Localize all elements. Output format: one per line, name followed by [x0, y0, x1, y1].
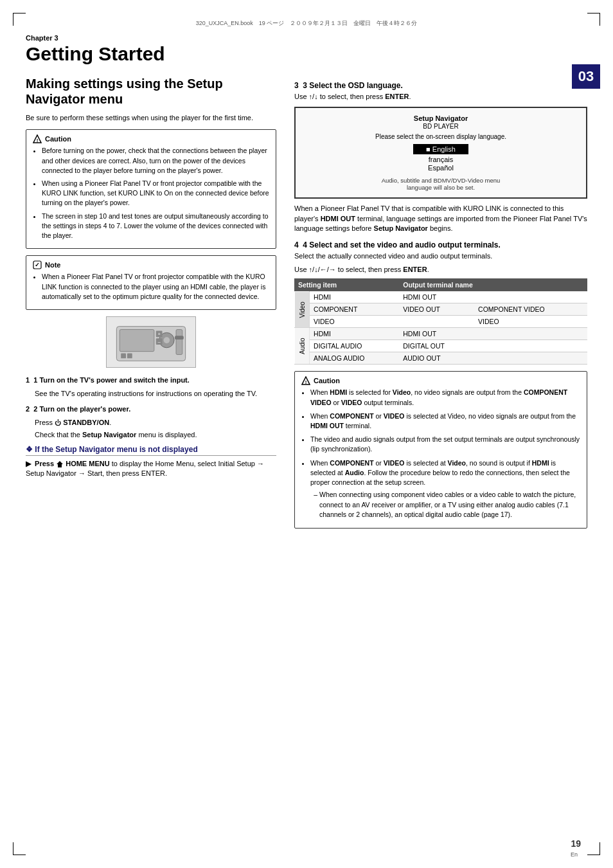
col1-header: Setting item	[294, 278, 399, 291]
right-caution-item: When HDMI is selected for Video, no vide…	[310, 388, 580, 407]
right-caution-box: ! Caution When HDMI is selected for Vide…	[294, 371, 587, 529]
svg-rect-9	[127, 354, 132, 359]
svg-rect-11	[175, 336, 184, 339]
table-row: VIDEO VIDEO	[294, 316, 587, 328]
digital-out: DIGITAL OUT	[399, 340, 474, 352]
step1-body: See the TV's operating instructions for …	[35, 389, 276, 399]
step3-title: 3 Select the OSD language.	[303, 81, 402, 90]
svg-text:+: +	[157, 331, 161, 337]
chapter-title: Getting Started	[26, 43, 587, 64]
note-icon: ✓	[33, 260, 42, 269]
audio-hdmi-out2	[474, 328, 587, 340]
audio-hdmi: HDMI	[310, 328, 400, 340]
table-row: DIGITAL AUDIO DIGITAL OUT	[294, 340, 587, 352]
video-out-val: VIDEO	[474, 316, 587, 328]
step2-body: Press ⏻ STANDBY/ON.	[35, 418, 276, 428]
kuro-paragraph: When a Pioneer Flat Panel TV that is com…	[294, 204, 587, 233]
step3-body: Use ↑/↓ to select, then press ENTER.	[294, 92, 587, 102]
step1-title: 1 Turn on the TV's power and switch the …	[33, 376, 190, 384]
step2-period: .	[109, 419, 111, 426]
video-item: VIDEO	[310, 316, 400, 328]
hdmi-item: HDMI	[310, 291, 400, 303]
right-caution-item: When COMPONENT or VIDEO is selected at V…	[310, 411, 580, 431]
screen-note: Audio, subtitle and BDMV/DVD-Video menul…	[302, 177, 580, 191]
home-icon	[56, 460, 64, 468]
step3-header: 3 3 Select the OSD language.	[294, 81, 587, 90]
intro-text: Be sure to perform these settings when u…	[26, 113, 276, 123]
step3-enter: ENTER	[385, 93, 409, 100]
screen-description: Please select the on-screen display lang…	[302, 133, 580, 140]
settings-table: Setting item Output terminal name Video …	[294, 278, 587, 365]
table-row: COMPONENT VIDEO OUT COMPONENT VIDEO	[294, 303, 587, 316]
step2-check2: menu is displayed.	[136, 431, 197, 439]
svg-rect-8	[121, 354, 126, 359]
step2-press: Press	[35, 419, 55, 426]
svg-text:!: !	[305, 379, 307, 385]
component-item: COMPONENT	[310, 303, 400, 316]
step4-arrows: Use ↑/↓/←/→ to select, then press ENTER.	[294, 265, 587, 275]
step4-title: 4 Select and set the video and audio out…	[303, 240, 500, 249]
analog-audio: ANALOG AUDIO	[310, 352, 400, 365]
page-lang: En	[571, 851, 578, 858]
device-image-container: + –	[26, 316, 276, 369]
digital-audio: DIGITAL AUDIO	[310, 340, 400, 352]
step3-number: 3	[294, 81, 299, 90]
caution-icon-right: !	[301, 376, 310, 385]
svg-rect-10	[176, 330, 182, 355]
sub-caution-list: When connecting using component video ca…	[319, 490, 580, 520]
video-out-empty	[399, 316, 474, 328]
caution-list: Before turning on the power, check that …	[42, 146, 269, 240]
video-out: VIDEO OUT	[399, 303, 474, 316]
right-column: 3 3 Select the OSD language. Use ↑/↓ to …	[294, 76, 587, 535]
right-caution-title: ! Caution	[301, 376, 580, 385]
step2-number: 2	[26, 405, 30, 413]
step2-setup-nav: Setup Navigator	[82, 431, 136, 439]
chapter-label: Chapter 3	[26, 34, 587, 42]
setup-nav-ref: Setup Navigator	[374, 224, 428, 232]
caution-item: Before turning on the power, check that …	[42, 146, 269, 176]
chapter-badge: 03	[572, 64, 600, 89]
step2-title: 2 Turn on the player's power.	[33, 405, 130, 413]
right-caution-item: The video and audio signals output from …	[310, 435, 580, 454]
step4-number: 4	[294, 240, 299, 249]
power-icon-symbol: ⏻	[55, 419, 61, 426]
table-row: Video HDMI HDMI OUT	[294, 291, 587, 303]
svg-text:✓: ✓	[35, 262, 40, 268]
note-list: When a Pioneer Flat Panel TV or front pr…	[42, 272, 269, 302]
corner-bl	[13, 842, 26, 855]
if-not-press: ▶ Press	[26, 460, 56, 467]
screen-selected: ■ English	[413, 144, 468, 154]
caution-item: The screen in step 10 and test tones are…	[42, 212, 269, 241]
if-not-title: ❖ If the Setup Navigator menu is not dis…	[26, 445, 276, 456]
svg-rect-5	[120, 330, 154, 352]
step2-check: Check that the	[35, 431, 82, 439]
left-column: Making settings using the Setup Navigato…	[26, 76, 276, 535]
table-row: Audio HDMI HDMI OUT	[294, 328, 587, 340]
note-box: ✓ Note When a Pioneer Flat Panel TV or f…	[26, 255, 276, 310]
table-row: ANALOG AUDIO AUDIO OUT	[294, 352, 587, 365]
main-content: Making settings using the Setup Navigato…	[26, 76, 587, 535]
audio-category: Audio	[294, 328, 310, 365]
caution-icon: !	[33, 134, 42, 143]
screen-subtitle: BD PLAYER	[302, 123, 580, 130]
audio-hdmi-out: HDMI OUT	[399, 328, 474, 340]
screen-title: Setup Navigator	[302, 114, 580, 122]
digital-out2	[474, 340, 587, 352]
header-meta: 320_UXJCA_EN.book 19 ページ ２００９年２月１３日 金曜日 …	[26, 19, 587, 28]
step2-standby: STANDBY/ON	[61, 419, 109, 426]
page-number: 19	[571, 838, 581, 849]
section-title: Making settings using the Setup Navigato…	[26, 76, 276, 107]
step4-enter: ENTER	[403, 266, 427, 273]
step4-body: Select the actually connected video and …	[294, 251, 587, 261]
component-video: COMPONENT VIDEO	[474, 303, 587, 316]
sub-caution-item: When connecting using component video ca…	[319, 490, 580, 520]
right-caution-item: When COMPONENT or VIDEO is selected at V…	[310, 458, 580, 520]
step4-header: 4 4 Select and set the video and audio o…	[294, 240, 587, 249]
audio-out2	[474, 352, 587, 365]
note-item: When a Pioneer Flat Panel TV or front pr…	[42, 272, 269, 302]
step1: 1 1 Turn on the TV's power and switch th…	[26, 375, 276, 385]
svg-text:–: –	[158, 339, 161, 345]
audio-out: AUDIO OUT	[399, 352, 474, 365]
caution-title: ! Caution	[33, 134, 269, 143]
right-caution-list: When HDMI is selected for Video, no vide…	[310, 388, 580, 520]
